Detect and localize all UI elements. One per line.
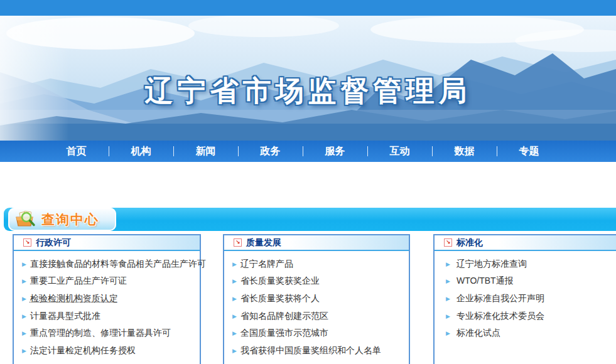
link[interactable]: 全国质量强市示范城市	[240, 328, 328, 339]
list-item: ▶省长质量奖获将个人	[232, 290, 405, 308]
link-list: ▶直接接触食品的材料等食品相关产品生产许可 ▶重要工业产品生产许可证 ▶检验检测…	[14, 251, 200, 360]
panel-standardization: ↘ 标准化 ▶辽宁地方标准查询 ▶WTO/TBT通报 ▶企业标准自我公开声明 ▶…	[433, 234, 616, 364]
query-center-bar: 查询中心	[4, 208, 616, 231]
list-item: ▶重要工业产品生产许可证	[22, 273, 196, 291]
site-title: 辽宁省市场监督管理局	[0, 72, 616, 110]
nav-list: 首页 机构 新闻 政务 服务 互动 数据 专题	[0, 141, 616, 162]
panel-header: ↘ 标准化	[435, 235, 616, 251]
banner: 辽宁省市场监督管理局	[0, 16, 616, 141]
triangle-bullet-icon: ▶	[446, 278, 450, 284]
triangle-bullet-icon: ▶	[232, 330, 237, 336]
triangle-bullet-icon: ▶	[22, 296, 26, 302]
panel-title: 标准化	[457, 237, 483, 249]
top-bar	[0, 0, 616, 16]
enter-arrow-icon: ↘	[23, 238, 31, 247]
link[interactable]: 企业标准自我公开声明	[457, 293, 544, 304]
link[interactable]: WTO/TBT通报	[457, 276, 514, 287]
triangle-bullet-icon: ▶	[232, 348, 237, 354]
nav-item-interaction[interactable]: 互动	[367, 141, 432, 162]
list-item: ▶法定计量检定机构任务授权	[22, 342, 196, 360]
link[interactable]: 直接接触食品的材料等食品相关产品生产许可	[30, 259, 206, 270]
query-center-tab[interactable]: 查询中心	[8, 208, 116, 231]
link[interactable]: 省知名品牌创建示范区	[240, 311, 328, 322]
link[interactable]: 重点管理的制造、修理计量器具许可	[30, 328, 171, 339]
list-item: ▶省知名品牌创建示范区	[232, 308, 405, 325]
link[interactable]: 重要工业产品生产许可证	[30, 276, 127, 287]
triangle-bullet-icon: ▶	[22, 313, 26, 319]
triangle-bullet-icon: ▶	[22, 261, 26, 267]
panel-administrative-licensing: ↘ 行政许可 ▶直接接触食品的材料等食品相关产品生产许可 ▶重要工业产品生产许可…	[13, 234, 201, 364]
panel-header: ↘ 质量发展	[224, 235, 409, 251]
query-center-label: 查询中心	[41, 211, 99, 228]
list-item: ▶我省获得中国质量奖组织和个人名单	[232, 342, 405, 360]
triangle-bullet-icon: ▶	[446, 330, 450, 336]
main-nav: 首页 机构 新闻 政务 服务 互动 数据 专题	[0, 141, 616, 162]
list-item: ▶辽宁名牌产品	[232, 255, 405, 273]
page: 辽宁省市场监督管理局 首页 机构 新闻 政务 服务 互动 数据 专题 查询中心	[0, 0, 616, 364]
panel-quality-development: ↘ 质量发展 ▶辽宁名牌产品 ▶省长质量奖获奖企业 ▶省长质量奖获将个人 ▶省知…	[223, 234, 410, 364]
list-item: ▶计量器具型式批准	[22, 308, 196, 325]
link[interactable]: 标准化试点	[457, 328, 500, 339]
list-item: ▶辽宁地方标准查询	[446, 255, 612, 273]
list-item: ▶全国质量强市示范城市	[232, 324, 405, 342]
link[interactable]: 检验检测机构资质认定	[30, 293, 118, 304]
link[interactable]: 辽宁地方标准查询	[457, 259, 527, 270]
panel-title: 质量发展	[246, 237, 281, 249]
triangle-bullet-icon: ▶	[232, 313, 237, 319]
list-item: ▶检验检测机构资质认定	[22, 290, 196, 308]
triangle-bullet-icon: ▶	[446, 261, 450, 267]
triangle-bullet-icon: ▶	[232, 261, 237, 267]
triangle-bullet-icon: ▶	[232, 278, 237, 284]
link[interactable]: 计量器具型式批准	[30, 311, 100, 322]
list-item: ▶重点管理的制造、修理计量器具许可	[22, 324, 196, 342]
link[interactable]: 专业标准化技术委员会	[457, 311, 544, 322]
list-item: ▶省长质量奖获奖企业	[232, 273, 405, 291]
link-list: ▶辽宁名牌产品 ▶省长质量奖获奖企业 ▶省长质量奖获将个人 ▶省知名品牌创建示范…	[224, 251, 409, 360]
link-list: ▶辽宁地方标准查询 ▶WTO/TBT通报 ▶企业标准自我公开声明 ▶专业标准化技…	[435, 251, 616, 342]
link[interactable]: 辽宁名牌产品	[240, 259, 293, 270]
panel-title: 行政许可	[36, 237, 71, 249]
nav-item-data[interactable]: 数据	[432, 141, 497, 162]
nav-item-topics[interactable]: 专题	[497, 141, 561, 162]
link[interactable]: 省长质量奖获将个人	[240, 293, 320, 304]
list-item: ▶直接接触食品的材料等食品相关产品生产许可	[22, 255, 196, 273]
link[interactable]: 法定计量检定机构任务授权	[30, 345, 136, 356]
triangle-bullet-icon: ▶	[22, 278, 26, 284]
nav-item-service[interactable]: 服务	[303, 141, 367, 162]
list-item: ▶企业标准自我公开声明	[446, 290, 612, 308]
search-folder-icon	[14, 210, 38, 229]
triangle-bullet-icon: ▶	[232, 296, 237, 302]
link[interactable]: 省长质量奖获奖企业	[240, 276, 320, 287]
nav-item-news[interactable]: 新闻	[173, 141, 238, 162]
panel-header: ↘ 行政许可	[14, 235, 200, 251]
enter-arrow-icon: ↘	[234, 238, 242, 247]
triangle-bullet-icon: ▶	[446, 296, 450, 302]
triangle-bullet-icon: ▶	[446, 313, 450, 319]
nav-item-organization[interactable]: 机构	[109, 141, 173, 162]
list-item: ▶专业标准化技术委员会	[446, 308, 612, 325]
triangle-bullet-icon: ▶	[22, 330, 26, 336]
list-item: ▶WTO/TBT通报	[446, 273, 612, 291]
list-item: ▶标准化试点	[446, 324, 612, 342]
nav-item-government[interactable]: 政务	[238, 141, 303, 162]
enter-arrow-icon: ↘	[444, 238, 452, 247]
triangle-bullet-icon: ▶	[22, 348, 26, 354]
nav-item-home[interactable]: 首页	[44, 141, 109, 162]
link[interactable]: 我省获得中国质量奖组织和个人名单	[240, 345, 381, 356]
